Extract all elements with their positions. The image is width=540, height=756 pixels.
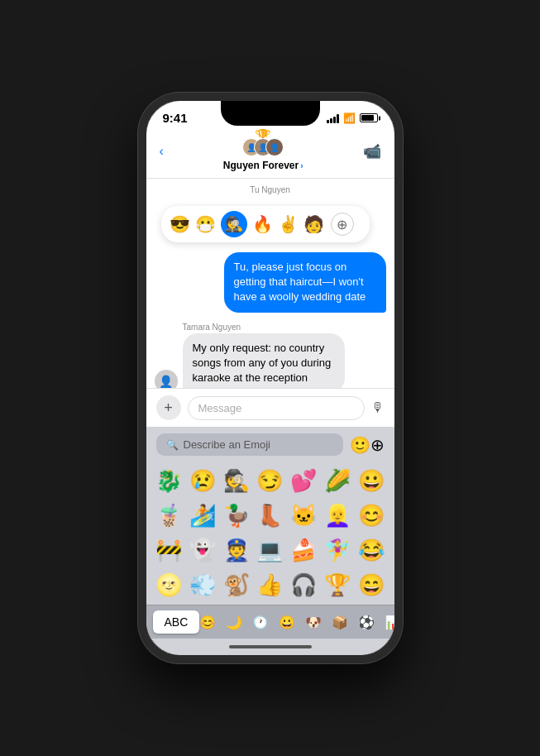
group-info: 🏆 👤 👤 👤 Nguyen Forever › — [223, 132, 303, 171]
emoji-crying[interactable]: 😢 — [186, 464, 218, 497]
tamara-avatar: 👤 — [155, 370, 178, 388]
emoji-search-placeholder: Describe an Emoji — [184, 438, 271, 451]
kb-dog-icon[interactable]: 🐶 — [305, 615, 322, 630]
emoji-keyboard: 🔍 Describe an Emoji 🙂⊕ 🐉 😢 🕵️ 😏 💕 🌽 😀 🧋 … — [146, 427, 394, 639]
kb-soccer-icon[interactable]: ⚽ — [358, 615, 375, 630]
emoji-moon-face[interactable]: 🌝 — [153, 568, 185, 601]
keyboard-bottom-bar: ABC 😊 🌙 🕐 😀 🐶 📦 ⚽ 📊 📍 🔔 🏳 🎤 — [146, 605, 394, 639]
home-bar — [229, 645, 312, 648]
status-time: 9:41 — [163, 111, 188, 125]
battery-fill — [361, 115, 374, 121]
signal-bars — [327, 113, 339, 123]
message-bubble-outgoing: Tu, please just focus on getting that ha… — [224, 252, 386, 313]
emoji-cake[interactable]: 🍰 — [288, 534, 320, 567]
emoji-police[interactable]: 👮 — [220, 534, 252, 567]
emoji-boots[interactable]: 👢 — [254, 499, 286, 532]
emoji-search-bar: 🔍 Describe an Emoji 🙂⊕ — [146, 427, 394, 461]
status-icons: 📶 — [327, 112, 378, 124]
incoming-message-group: Tamara Nguyen 👤 My only request: no coun… — [155, 323, 386, 388]
kb-face-icon[interactable]: 😀 — [279, 615, 295, 630]
group-avatars: 🏆 👤 👤 👤 — [242, 132, 284, 158]
emoji-corn[interactable]: 🌽 — [322, 464, 354, 497]
kb-chart-icon[interactable]: 📊 — [385, 615, 394, 630]
kb-box-icon[interactable]: 📦 — [332, 615, 348, 630]
video-call-button[interactable]: 📹 — [363, 142, 381, 160]
message-bubble-incoming: My only request: no country songs from a… — [183, 333, 345, 388]
reaction-add-button[interactable]: ⊕ — [331, 213, 354, 236]
kb-clock-icon[interactable]: 🕐 — [252, 615, 269, 630]
avatar-3: 👤 — [265, 138, 284, 156]
phone-frame: 9:41 📶 ‹ 🏆 — [138, 93, 403, 663]
emoji-wink[interactable]: 😏 — [254, 464, 286, 497]
kb-emoji-icon[interactable]: 😊 — [199, 615, 216, 630]
back-button[interactable]: ‹ — [160, 144, 164, 159]
reaction-fire[interactable]: 🔥 — [252, 214, 273, 234]
emoji-ghost[interactable]: 👻 — [186, 534, 218, 567]
emoji-grin[interactable]: 😄 — [356, 568, 388, 601]
back-chevron: ‹ — [160, 144, 164, 159]
kb-moon-icon[interactable]: 🌙 — [226, 615, 242, 630]
reaction-peace[interactable]: ✌️ — [278, 214, 299, 234]
notch — [221, 101, 320, 126]
message-row-incoming: 👤 My only request: no country songs from… — [155, 333, 386, 388]
emoji-cone[interactable]: 🚧 — [153, 534, 185, 567]
status-bar: 9:41 📶 — [146, 101, 394, 128]
emoji-woman[interactable]: 👱‍♀️ — [322, 499, 354, 532]
emoji-surf[interactable]: 🏄 — [186, 499, 218, 532]
emoji-blush[interactable]: 😊 — [356, 499, 388, 532]
reaction-bar: 😎 😷 🕵️ 🔥 ✌️ 🧑 ⊕ — [161, 206, 370, 242]
emoji-smile[interactable]: 😀 — [356, 464, 388, 497]
sender-label-tu: Tu Nguyen — [155, 185, 386, 194]
message-row-outgoing: Tu, please just focus on getting that ha… — [155, 252, 386, 313]
emoji-boba[interactable]: 🧋 — [153, 499, 185, 532]
message-input-field[interactable]: Message — [188, 396, 365, 420]
emoji-duck[interactable]: 🦆 — [220, 499, 252, 532]
reaction-spy-selected[interactable]: 🕵️ — [221, 211, 247, 237]
mic-button[interactable]: 🎙 — [371, 400, 385, 415]
group-name[interactable]: Nguyen Forever › — [223, 160, 303, 171]
phone-screen: 9:41 📶 ‹ 🏆 — [146, 101, 394, 655]
emoji-headphones[interactable]: 🎧 — [288, 568, 320, 601]
group-name-text: Nguyen Forever — [223, 160, 299, 171]
messages-header: ‹ 🏆 👤 👤 👤 Nguyen Forever › 📹 — [146, 128, 394, 179]
emoji-laptop[interactable]: 💻 — [254, 534, 286, 567]
emoji-grid: 🐉 😢 🕵️ 😏 💕 🌽 😀 🧋 🏄 🦆 👢 🐱 👱‍♀️ 😊 🚧 👻 👮 💻 — [146, 461, 394, 605]
emoji-search-input[interactable]: 🔍 Describe an Emoji — [156, 433, 343, 456]
emoji-smileys-button[interactable]: 🙂⊕ — [350, 435, 385, 455]
sender-label-tamara: Tamara Nguyen — [183, 323, 386, 332]
emoji-cat[interactable]: 🐱 — [288, 499, 320, 532]
wifi-icon: 📶 — [343, 112, 356, 124]
emoji-trophy[interactable]: 🏆 — [322, 568, 354, 601]
chat-area: Tu Nguyen 😎 😷 🕵️ 🔥 ✌️ 🧑 ⊕ Tu, please jus… — [146, 179, 394, 388]
emoji-hearts[interactable]: 💕 — [288, 464, 320, 497]
emoji-spy[interactable]: 🕵️ — [220, 464, 252, 497]
reaction-mask[interactable]: 😷 — [195, 214, 216, 234]
emoji-monkey[interactable]: 🐒 — [220, 568, 252, 601]
home-indicator — [146, 639, 394, 655]
abc-button[interactable]: ABC — [153, 610, 200, 634]
message-placeholder: Message — [198, 402, 242, 414]
emoji-lol[interactable]: 😂 — [356, 534, 388, 567]
emoji-thumbsup[interactable]: 👍 — [254, 568, 286, 601]
battery-icon — [360, 113, 378, 122]
add-attachment-button[interactable]: + — [156, 395, 181, 420]
search-magnifier-icon: 🔍 — [166, 439, 179, 451]
reaction-person[interactable]: 🧑 — [303, 214, 324, 234]
message-input-bar: + Message 🎙 — [146, 388, 394, 427]
reaction-dizzy[interactable]: 😎 — [170, 214, 190, 234]
emoji-fairy[interactable]: 🧚‍♀️ — [322, 534, 354, 567]
emoji-dragon[interactable]: 🐉 — [153, 464, 185, 497]
group-name-chevron: › — [300, 161, 303, 170]
emoji-cloud[interactable]: 💨 — [186, 568, 218, 601]
keyboard-icon-row: 😊 🌙 🕐 😀 🐶 📦 ⚽ 📊 📍 🔔 🏳 — [199, 615, 394, 630]
